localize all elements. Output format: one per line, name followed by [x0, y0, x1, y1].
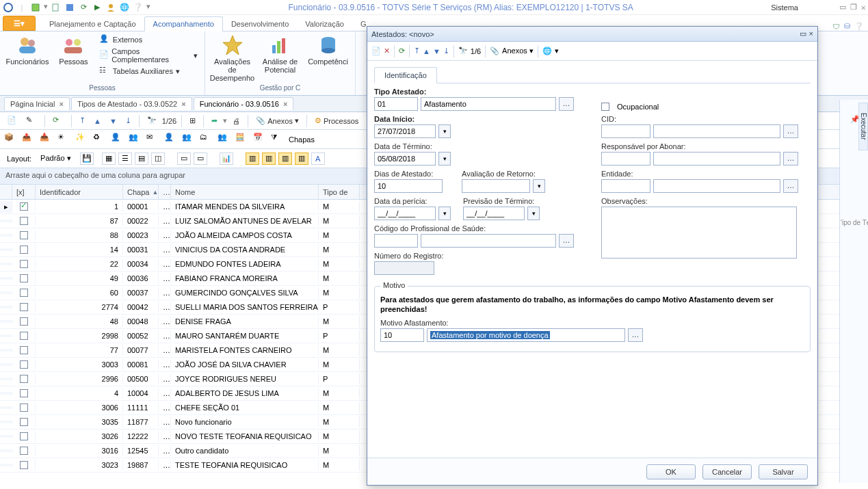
doc-tab-home[interactable]: Página Inicial×: [4, 97, 70, 110]
funnel-icon[interactable]: ⧩: [271, 133, 285, 146]
theme-1[interactable]: ▥: [246, 153, 259, 165]
row-checkbox-cell[interactable]: [12, 273, 36, 284]
row-checkbox-cell[interactable]: [12, 345, 36, 356]
cell-more[interactable]: …: [159, 230, 171, 241]
spreadsheet-icon[interactable]: 🧮: [235, 133, 249, 146]
zoom-fit-icon[interactable]: ▭: [194, 153, 207, 165]
tb-processos[interactable]: ⚙Processos: [312, 115, 361, 127]
row-checkbox-cell[interactable]: [12, 316, 36, 327]
cell-more[interactable]: …: [159, 244, 171, 255]
bar-chart-icon[interactable]: 📊: [220, 153, 233, 165]
theme-4[interactable]: ▥: [295, 153, 308, 165]
close-icon[interactable]: ×: [59, 100, 63, 108]
ribbon-shield-icon[interactable]: 🛡: [832, 23, 840, 31]
box-closed-icon[interactable]: 📦: [4, 133, 18, 146]
check-ocupacional[interactable]: [601, 103, 609, 111]
doc-tab-funcionario[interactable]: Funcionário - 03.9.0516×: [194, 97, 294, 110]
input-data-inicio[interactable]: [374, 124, 436, 138]
input-motivo-code[interactable]: [380, 328, 424, 342]
row-checkbox-cell[interactable]: [12, 259, 36, 269]
lookup-cid[interactable]: …: [783, 124, 798, 138]
qat-new-icon[interactable]: [51, 2, 62, 13]
tb-edit[interactable]: ✎: [23, 114, 40, 128]
cell-more[interactable]: …: [159, 287, 171, 298]
ribbon-item-campos[interactable]: 📄Campos Complementares ▾: [99, 47, 198, 64]
close-icon[interactable]: ×: [181, 100, 185, 108]
view-form-icon[interactable]: ◫: [151, 153, 165, 165]
qat-dropdown-icon[interactable]: ▾: [44, 2, 48, 13]
view-grid-icon[interactable]: ▦: [102, 153, 116, 165]
cell-more[interactable]: …: [159, 373, 171, 384]
checkbox[interactable]: [20, 389, 28, 397]
cell-more[interactable]: …: [159, 402, 171, 413]
font-icon[interactable]: A: [311, 153, 325, 165]
dialog-restore-icon[interactable]: ▭: [800, 29, 806, 38]
lookup-tipo[interactable]: …: [559, 97, 574, 111]
layout-save-icon[interactable]: 💾: [80, 153, 94, 165]
row-checkbox-cell[interactable]: [12, 230, 36, 241]
checkbox[interactable]: [20, 217, 28, 225]
checkbox[interactable]: [20, 360, 28, 369]
close-icon[interactable]: ⨉: [861, 3, 865, 12]
grid-header-chapa[interactable]: Chapa▲: [123, 185, 159, 199]
date-picker-icon[interactable]: ▾: [438, 152, 451, 166]
input-tipo-desc[interactable]: [421, 97, 556, 111]
tb-export[interactable]: ➦: [209, 115, 220, 127]
row-checkbox-cell[interactable]: [12, 215, 36, 226]
checkbox[interactable]: [20, 332, 28, 340]
users2-icon[interactable]: 👥: [218, 133, 231, 146]
input-data-termino[interactable]: [374, 152, 436, 166]
sun-fav-icon[interactable]: ✨: [75, 133, 89, 146]
row-checkbox-cell[interactable]: [12, 445, 36, 456]
cell-more[interactable]: …: [159, 388, 171, 399]
envelope-icon[interactable]: ✉: [146, 133, 160, 146]
cell-more[interactable]: …: [159, 431, 171, 442]
input-cid-desc[interactable]: [653, 124, 780, 138]
user-export-icon[interactable]: 👤: [164, 133, 178, 146]
qat-help-icon[interactable]: ❔: [133, 2, 144, 13]
row-checkbox-cell[interactable]: [12, 287, 36, 298]
lookup-resp[interactable]: …: [783, 152, 798, 166]
doc-tab-tipos[interactable]: Tipos de Atestado - 03.9.0522×: [71, 97, 192, 110]
checkbox[interactable]: [20, 404, 28, 412]
row-checkbox-cell[interactable]: [12, 201, 36, 212]
grid-header-identificador[interactable]: Identificador: [36, 185, 123, 199]
cell-more[interactable]: …: [159, 359, 171, 370]
checkbox[interactable]: [20, 418, 28, 426]
qat-refresh-icon[interactable]: ⟳: [78, 2, 89, 13]
chevron-down-icon[interactable]: ▾: [555, 47, 559, 55]
dlg-last-icon[interactable]: ⤓: [443, 47, 449, 55]
box-add-icon[interactable]: 📥: [40, 133, 53, 146]
chevron-down-icon[interactable]: ▾: [223, 116, 227, 125]
dlg-globe-icon[interactable]: 🌐: [542, 47, 552, 55]
qat-paste-icon[interactable]: [30, 2, 41, 13]
checkbox[interactable]: [20, 432, 28, 440]
date-picker-icon[interactable]: ▾: [438, 124, 451, 138]
dlg-anexos[interactable]: Anexos ▾: [502, 47, 534, 55]
btn-cancelar[interactable]: Cancelar: [702, 464, 752, 479]
tb-find[interactable]: 🔭: [144, 115, 159, 127]
view-list-icon[interactable]: ☰: [118, 153, 132, 165]
input-ent-code[interactable]: [601, 179, 650, 193]
cell-more[interactable]: …: [159, 345, 171, 356]
row-checkbox-cell[interactable]: [12, 431, 36, 442]
checkbox[interactable]: [20, 231, 28, 239]
row-checkbox-cell[interactable]: [12, 330, 36, 341]
grid-header-more[interactable]: …: [159, 185, 171, 199]
input-observacoes[interactable]: [601, 207, 797, 259]
calendar-icon[interactable]: 📅: [253, 133, 267, 146]
zoom-out-icon[interactable]: ▭: [177, 153, 191, 165]
input-prof-code[interactable]: [374, 234, 418, 248]
dlg-next-icon[interactable]: ▼: [433, 47, 440, 55]
dlg-prev-icon[interactable]: ▲: [423, 47, 430, 55]
box-open-icon[interactable]: 📤: [22, 133, 36, 146]
minimize-icon[interactable]: ▭: [839, 3, 846, 12]
restore-icon[interactable]: ❐: [850, 3, 857, 12]
ribbon-tab-valorizacao[interactable]: Valorização: [297, 17, 352, 31]
layout-value[interactable]: Padrão ▾: [34, 152, 77, 165]
tb-new[interactable]: 📄: [4, 114, 21, 128]
ribbon-item-tabelas[interactable]: ☷Tabelas Auxiliares ▾: [99, 66, 198, 77]
user-folder-icon[interactable]: 🗂: [200, 133, 213, 146]
checkbox[interactable]: [20, 289, 28, 297]
cell-more[interactable]: …: [159, 215, 171, 226]
